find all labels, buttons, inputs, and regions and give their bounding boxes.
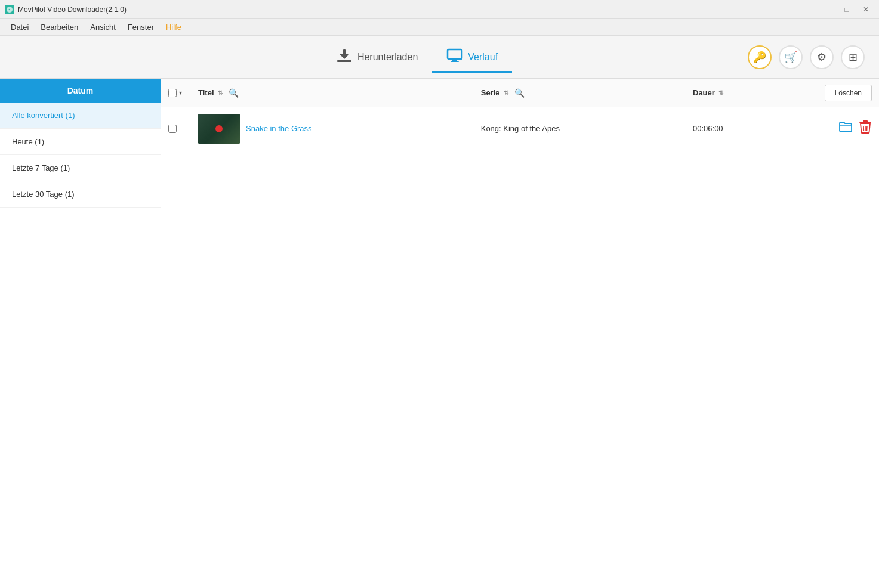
download-tab-label: Herunterladen <box>357 52 418 63</box>
svg-rect-1 <box>337 60 351 62</box>
row-serie-cell: Kong: King of the Apes <box>481 124 693 133</box>
svg-rect-8 <box>863 120 868 122</box>
table-row: Snake in the Grass Kong: King of the Ape… <box>161 107 879 150</box>
grid-icon: ⊞ <box>849 51 858 64</box>
row-dauer-cell: 00:06:00 <box>693 124 776 133</box>
serie-search-icon[interactable]: 🔍 <box>514 88 525 98</box>
sidebar-item-7tage[interactable]: Letzte 7 Tage (1) <box>0 155 161 181</box>
sidebar-item-heute[interactable]: Heute (1) <box>0 129 161 155</box>
col-dauer-header: Dauer ⇅ <box>693 88 776 97</box>
toolbar-actions: 🔑 🛒 ⚙ ⊞ <box>748 45 865 69</box>
video-thumbnail <box>198 114 240 144</box>
thumbnail-bg <box>198 114 240 144</box>
minimize-button[interactable]: — <box>819 1 836 18</box>
history-tab[interactable]: Verlauf <box>432 44 512 73</box>
row-checkbox[interactable] <box>168 125 177 133</box>
toolbar: Herunterladen Verlauf 🔑 🛒 ⚙ ⊞ <box>0 36 879 79</box>
window-controls: — □ ✕ <box>819 1 874 18</box>
dauer-col-label: Dauer <box>693 88 715 97</box>
chevron-down-icon[interactable]: ▾ <box>179 89 182 96</box>
serie-col-label: Serie <box>481 88 500 97</box>
monitor-icon <box>446 48 463 66</box>
col-serie-header: Serie ⇅ 🔍 <box>481 88 693 98</box>
menu-fenster[interactable]: Fenster <box>122 20 160 34</box>
title-sort-icon[interactable]: ⇅ <box>218 89 223 96</box>
key-icon: 🔑 <box>753 51 766 64</box>
app-logo <box>5 5 14 14</box>
svg-rect-4 <box>448 49 462 59</box>
toolbar-nav: Herunterladen Verlauf <box>86 42 748 72</box>
settings-button[interactable]: ⚙ <box>810 45 834 69</box>
menu-hilfe[interactable]: Hilfe <box>160 20 187 34</box>
row-checkbox-cell <box>168 125 198 133</box>
title-bar: MovPilot Video Downloader(2.1.0) — □ ✕ <box>0 0 879 19</box>
serie-sort-icon[interactable]: ⇅ <box>504 89 508 96</box>
col-check-header: ▾ <box>168 89 198 97</box>
open-folder-button[interactable] <box>838 120 853 137</box>
svg-line-11 <box>867 126 868 131</box>
svg-line-9 <box>863 126 864 131</box>
delete-button[interactable]: Löschen <box>825 85 872 101</box>
delete-row-button[interactable] <box>859 120 872 137</box>
menu-ansicht[interactable]: Ansicht <box>84 20 122 34</box>
svg-marker-3 <box>340 54 349 59</box>
select-all-checkbox[interactable] <box>168 89 177 97</box>
table-header: ▾ Titel ⇅ 🔍 Serie ⇅ 🔍 Dauer ⇅ Löschen <box>161 79 879 107</box>
close-button[interactable]: ✕ <box>858 1 874 18</box>
sidebar: Datum Alle konvertiert (1) Heute (1) Let… <box>0 79 161 588</box>
menu-datei[interactable]: Datei <box>5 20 35 34</box>
row-actions-cell <box>776 120 872 137</box>
cart-icon: 🛒 <box>784 51 797 64</box>
sidebar-heute-label: Heute (1) <box>12 137 44 146</box>
col-actions-header: Löschen <box>776 85 872 101</box>
thumbnail-dot <box>215 125 223 132</box>
maximize-button[interactable]: □ <box>838 1 855 18</box>
dauer-sort-icon[interactable]: ⇅ <box>718 89 723 96</box>
menu-bar: Datei Bearbeiten Ansicht Fenster Hilfe <box>0 19 879 36</box>
sidebar-header: Datum <box>0 79 161 103</box>
history-tab-label: Verlauf <box>468 52 498 63</box>
svg-rect-6 <box>451 61 459 62</box>
sidebar-item-alle[interactable]: Alle konvertiert (1) <box>0 103 161 129</box>
sidebar-7tage-label: Letzte 7 Tage (1) <box>12 163 70 172</box>
gear-icon: ⚙ <box>817 51 826 64</box>
video-title-link[interactable]: Snake in the Grass <box>246 124 312 133</box>
title-search-icon[interactable]: 🔍 <box>229 88 239 98</box>
sidebar-30tage-label: Letzte 30 Tage (1) <box>12 190 75 199</box>
sidebar-item-30tage[interactable]: Letzte 30 Tage (1) <box>0 181 161 208</box>
serie-value: Kong: King of the Apes <box>481 124 560 133</box>
col-title-header: Titel ⇅ 🔍 <box>198 88 481 98</box>
cart-button[interactable]: 🛒 <box>779 45 803 69</box>
dauer-value: 00:06:00 <box>693 124 723 133</box>
svg-rect-5 <box>452 59 457 61</box>
content-area: ▾ Titel ⇅ 🔍 Serie ⇅ 🔍 Dauer ⇅ Löschen <box>161 79 879 588</box>
download-tab[interactable]: Herunterladen <box>322 42 432 74</box>
sidebar-alle-label: Alle konvertiert (1) <box>12 111 75 120</box>
main-layout: Datum Alle konvertiert (1) Heute (1) Let… <box>0 79 879 588</box>
title-col-label: Titel <box>198 88 214 97</box>
key-button[interactable]: 🔑 <box>748 45 772 69</box>
app-title: MovPilot Video Downloader(2.1.0) <box>18 5 127 14</box>
grid-button[interactable]: ⊞ <box>841 45 865 69</box>
row-title-cell: Snake in the Grass <box>198 114 481 144</box>
download-icon <box>336 47 353 67</box>
menu-bearbeiten[interactable]: Bearbeiten <box>35 20 84 34</box>
